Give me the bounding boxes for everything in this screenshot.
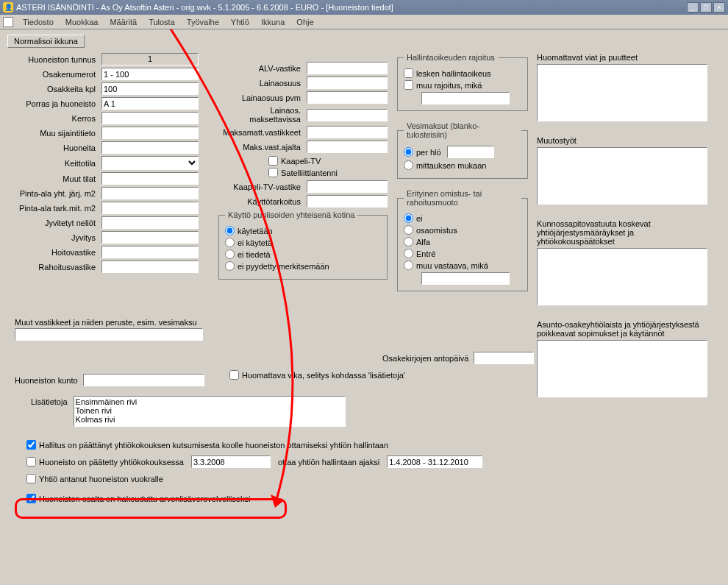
label-lesken: lesken hallintaoikeus [416, 69, 491, 78]
input-osakenumerot[interactable] [101, 68, 199, 80]
label-kayttotarkoitus: Käyttötarkoitus [218, 197, 302, 206]
input-muu-vastaava[interactable] [421, 272, 510, 285]
legend-hallinta: Hallintaoikeuden rajoitus [404, 53, 498, 62]
radio-koti-ei-pyydetty[interactable] [225, 261, 235, 271]
chk-satelliitti[interactable] [268, 168, 278, 177]
label-koti-ei-kayteta: ei käytetä [238, 238, 272, 247]
chk-hallitus[interactable] [26, 440, 36, 450]
input-kerros[interactable] [101, 112, 199, 124]
maximize-button[interactable]: □ [700, 2, 712, 13]
menu-print[interactable]: Tulosta [143, 16, 180, 28]
label-muu-rajoitus: muu rajoitus, mikä [416, 81, 482, 90]
chk-muu-rajoitus[interactable] [404, 80, 413, 90]
radio-mittaus[interactable] [404, 160, 413, 170]
input-muut-vast[interactable] [15, 328, 203, 341]
radio-koti-ei-tiedeta[interactable] [225, 249, 235, 259]
input-lainaos-maks[interactable] [307, 109, 388, 121]
label-keittotila: Keittotila [6, 159, 97, 168]
radio-entre[interactable] [404, 249, 413, 258]
input-alv[interactable] [307, 62, 388, 74]
mdi-icon[interactable] [3, 17, 13, 27]
label-lainaosuus: Lainaosuus [218, 79, 302, 88]
input-maks-vast[interactable] [307, 141, 388, 153]
input-lainaosuus[interactable] [307, 77, 388, 89]
input-kayttotarkoitus[interactable] [307, 195, 388, 208]
radio-muu-vastaava[interactable] [404, 260, 413, 270]
menu-help[interactable]: Ohje [291, 16, 318, 28]
textarea-muutostyot[interactable] [537, 147, 707, 205]
input-maksamatt[interactable] [307, 126, 388, 138]
textarea-viat[interactable] [537, 64, 707, 121]
select-keittotila[interactable] [101, 156, 199, 170]
label-koti-ei-tiedeta: ei tiedetä [238, 250, 271, 259]
input-jyvitetyt[interactable] [101, 216, 199, 229]
legend-koti: Käyttö puolisoiden yhteisenä kotina [225, 210, 357, 219]
label-paatetty: Huoneisto on päätetty yhtiökokouksessa [39, 458, 184, 467]
radio-osaomistus[interactable] [404, 225, 413, 235]
input-osakkeita[interactable] [101, 82, 199, 95]
menu-edit[interactable]: Muokkaa [60, 16, 104, 28]
menu-define[interactable]: Määritä [104, 16, 142, 28]
label-jyvitetyt: Jyvitetyt neliöt [6, 219, 97, 227]
input-muusij[interactable] [101, 127, 199, 139]
label-entre: Entré [416, 249, 435, 258]
label-maks-vast: Maks.vast.ajalta [218, 143, 302, 152]
menu-company[interactable]: Yhtiö [226, 16, 254, 28]
label-muut-vast: Muut vastikkeet ja niiden peruste, esim.… [15, 318, 197, 327]
fieldset-koti: Käyttö puolisoiden yhteisenä kotina käyt… [218, 210, 388, 280]
input-osakekirjat[interactable] [474, 352, 534, 364]
chk-kaapelitv[interactable] [268, 156, 278, 166]
menu-bar: Tiedosto Muokkaa Määritä Tulosta Työvaih… [0, 15, 728, 29]
chk-huomattava-vika[interactable] [229, 370, 239, 380]
chk-vuokralle[interactable] [26, 474, 36, 483]
input-pinta-ala-tark[interactable] [101, 202, 199, 214]
input-lainaosuus-pvm[interactable] [307, 91, 388, 104]
radio-perhlo[interactable] [404, 147, 413, 157]
input-kaapelitv-vastike[interactable] [307, 180, 388, 193]
input-muuttilat[interactable] [101, 172, 199, 185]
label-lisatietoja: Lisätietoja [31, 396, 68, 427]
menu-file[interactable]: Tiedosto [18, 16, 59, 28]
chk-alv-velv[interactable] [26, 494, 36, 503]
input-huoneita[interactable] [101, 141, 199, 154]
menu-phase[interactable]: Työvaihe [182, 16, 224, 28]
label-tunnus: Huoneiston tunnus [6, 55, 97, 64]
input-pinta-ala-yht[interactable] [101, 187, 199, 199]
radio-alfa[interactable] [404, 237, 413, 247]
radio-koti-kaytetaan[interactable] [225, 226, 235, 235]
close-button[interactable]: × [713, 2, 725, 13]
radio-koti-ei-kayteta[interactable] [225, 238, 235, 247]
textarea-lisatietoja[interactable] [74, 396, 346, 427]
input-paatetty-aika[interactable] [387, 455, 482, 468]
fieldset-omistus: Erityinen omistus- tai rahoitusmuoto ei … [397, 189, 528, 291]
label-osakekirjat: Osakekirjojen antopäivä [382, 354, 468, 363]
input-paatetty-pvm[interactable] [191, 455, 271, 468]
label-rahoitusv: Rahoitusvastike [6, 263, 97, 272]
label-lainaos-maks: Lainaos. maksettavissa [218, 106, 302, 124]
label-paatetty-txt: ottaa yhtiön hallintaan ajaksi [278, 458, 379, 467]
input-muu-rajoitus[interactable] [421, 92, 510, 104]
radio-ei[interactable] [404, 213, 413, 223]
label-muutostyot: Muutostyöt [537, 136, 713, 145]
input-hoitov[interactable] [101, 246, 199, 258]
window-title: ASTERI ISÄNNÖINTI - As Oy Atsoftin Aster… [16, 3, 684, 12]
input-jyvitys[interactable] [101, 231, 199, 244]
textarea-poikkeavat[interactable] [537, 340, 707, 397]
normalize-window-button[interactable]: Normalisoi ikkuna [7, 35, 85, 48]
menu-window[interactable]: Ikkuna [256, 16, 290, 28]
window-controls: _ □ × [687, 2, 725, 13]
input-perhlo[interactable] [447, 146, 494, 158]
input-rahoitusv[interactable] [101, 260, 199, 273]
label-osakenumerot: Osakenumerot [6, 70, 97, 79]
label-kunnossapito: Kunnossapitovastuuta koskevat yhtiöjärje… [537, 219, 713, 246]
input-kunto[interactable] [83, 374, 204, 386]
label-muusij: Muu sijaintitieto [6, 129, 97, 138]
chk-paatetty[interactable] [26, 457, 36, 467]
label-viat: Huomattavat viat ja puutteet [537, 53, 713, 62]
minimize-button[interactable]: _ [687, 2, 699, 13]
app-icon: 👤 [3, 2, 13, 13]
textarea-kunnossapito[interactable] [537, 248, 707, 305]
label-hallitus: Hallitus on päättänyt yhtiökokouksen kut… [39, 441, 388, 450]
input-porras[interactable] [101, 97, 199, 110]
chk-lesken[interactable] [404, 68, 413, 78]
